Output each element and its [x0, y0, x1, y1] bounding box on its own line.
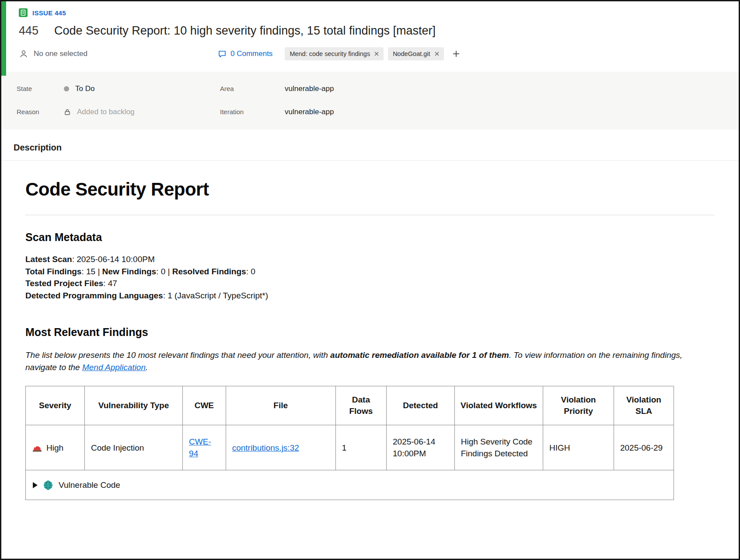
description-section: Description Code Security Report Scan Me…	[1, 143, 739, 500]
comment-bubble-icon	[218, 49, 227, 58]
scan-metadata-heading: Scan Metadata	[25, 231, 715, 244]
work-item-page: ISSUE 445 445 Code Security Report: 10 h…	[0, 0, 740, 560]
header-cwe: CWE	[183, 386, 226, 425]
languages-line: Detected Programming Languages: 1 (JavaS…	[25, 290, 715, 302]
triangle-right-icon	[33, 482, 38, 488]
findings-table: Severity Vulnerability Type CWE File Dat…	[25, 386, 674, 500]
issue-kind-row: ISSUE 445	[19, 8, 721, 17]
fields-right-column: Area vulnerable-app Iteration vulnerable…	[205, 77, 739, 123]
violation-sla-cell: 2025-06-29	[614, 425, 674, 470]
iteration-field-row: Iteration vulnerable-app	[205, 100, 739, 123]
header-violation-sla: Violation SLA	[614, 386, 674, 425]
comments-link[interactable]: 0 Comments	[218, 49, 272, 58]
tag-label: Mend: code security findings	[290, 50, 370, 57]
tested-files-line: Tested Project Files: 47	[25, 277, 715, 290]
issue-title-field[interactable]: Code Security Report: 10 high severity f…	[54, 24, 436, 38]
vulnerable-code-row: Vulnerable Code	[26, 470, 674, 500]
vulnerable-code-cell: Vulnerable Code	[26, 470, 674, 500]
data-flows-cell: 1	[335, 425, 386, 470]
fields-left-column: State To Do Reason Added to backlog	[1, 77, 205, 123]
reason-label: Reason	[17, 108, 64, 116]
vulnerable-code-expander[interactable]: Vulnerable Code	[33, 479, 667, 491]
cwe-cell: CWE-94	[183, 425, 226, 470]
mend-application-link[interactable]: Mend Application	[82, 363, 146, 372]
title-row: 445 Code Security Report: 10 high severi…	[19, 24, 721, 38]
lock-icon	[64, 108, 71, 116]
reason-value: Added to backlog	[77, 108, 134, 116]
iteration-label: Iteration	[220, 108, 285, 116]
remove-tag-icon[interactable]	[435, 52, 439, 56]
violation-priority-cell: HIGH	[543, 425, 614, 470]
description-heading: Description	[14, 143, 739, 153]
most-relevant-findings-heading: Most Relevant Findings	[25, 326, 715, 339]
state-picker[interactable]: To Do	[64, 84, 94, 93]
vulnerability-type-cell: Code Injection	[84, 425, 182, 470]
header-vulnerability-type: Vulnerability Type	[84, 386, 182, 425]
severity-cell: High	[26, 425, 85, 470]
tag-label: NodeGoat.git	[393, 50, 430, 57]
findings-note: The list below presents the 10 most rele…	[25, 349, 715, 374]
issue-type-icon	[19, 8, 28, 17]
tag-list: Mend: code security findings NodeGoat.gi…	[285, 47, 461, 60]
area-field-row: Area vulnerable-app	[205, 77, 739, 100]
state-value: To Do	[75, 84, 94, 93]
cwe-link[interactable]: CWE-94	[189, 437, 211, 458]
violated-workflows-cell: High Severity Code Findings Detected	[454, 425, 543, 470]
table-header-row: Severity Vulnerability Type CWE File Dat…	[26, 386, 674, 425]
area-picker[interactable]: vulnerable-app	[285, 84, 334, 93]
meta-row: No one selected 0 Comments Mend: code se…	[19, 47, 721, 60]
iteration-picker[interactable]: vulnerable-app	[285, 108, 334, 116]
assignee-picker[interactable]: No one selected	[19, 49, 218, 59]
file-cell: contributions.js:32	[226, 425, 335, 470]
horizontal-rule	[25, 215, 715, 215]
issue-kind-label: ISSUE 445	[32, 9, 66, 17]
latest-scan-line: Latest Scan: 2025-06-14 10:00PM	[25, 253, 715, 266]
remove-tag-icon[interactable]	[374, 52, 379, 56]
reason-field-row: Reason Added to backlog	[1, 100, 205, 123]
severity-value: High	[46, 442, 63, 454]
comments-label: 0 Comments	[230, 49, 272, 58]
state-field-row: State To Do	[1, 77, 205, 100]
tag-pill[interactable]: NodeGoat.git	[388, 47, 443, 60]
detected-cell: 2025-06-14 10:00PM	[387, 425, 455, 470]
tag-pill[interactable]: Mend: code security findings	[285, 47, 384, 60]
file-link[interactable]: contributions.js:32	[232, 443, 299, 452]
report-title: Code Security Report	[25, 179, 715, 200]
header-file: File	[226, 386, 335, 425]
add-tag-button[interactable]	[451, 49, 461, 59]
header-violated-workflows: Violated Workflows	[454, 386, 543, 425]
person-icon	[19, 49, 28, 59]
description-body: Code Security Report Scan Metadata Lates…	[1, 161, 739, 500]
header-data-flows: Data Flows	[335, 386, 386, 425]
globe-icon	[43, 480, 53, 490]
fields-section: State To Do Reason Added to backlog Area	[1, 72, 739, 130]
work-item-header: ISSUE 445 445 Code Security Report: 10 h…	[1, 1, 739, 60]
state-label: State	[17, 85, 64, 92]
reason-field: Added to backlog	[64, 108, 134, 116]
header-severity: Severity	[26, 386, 85, 425]
issue-id: 445	[19, 24, 38, 38]
header-violation-priority: Violation Priority	[543, 386, 614, 425]
siren-icon	[32, 443, 42, 452]
area-label: Area	[220, 85, 285, 92]
scan-metadata-text: Latest Scan: 2025-06-14 10:00PM Total Fi…	[25, 253, 715, 301]
findings-counts-line: Total Findings: 15 | New Findings: 0 | R…	[25, 266, 715, 278]
issue-type-color-bar	[1, 1, 6, 76]
state-dot-icon	[64, 86, 69, 91]
assignee-placeholder: No one selected	[34, 49, 87, 58]
vulnerable-code-label: Vulnerable Code	[59, 479, 120, 491]
table-row: High Code Injection CWE-94 contributions…	[26, 425, 674, 470]
header-detected: Detected	[387, 386, 455, 425]
